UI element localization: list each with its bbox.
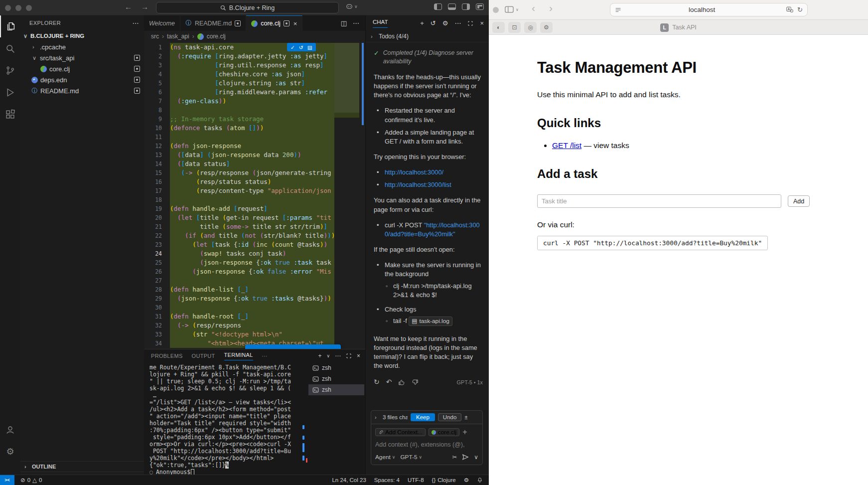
- pinned-tab-4[interactable]: ⚙: [540, 22, 553, 33]
- explorer-more-icon[interactable]: ⋯: [133, 19, 139, 27]
- cursor-position[interactable]: Ln 24, Col 23: [332, 477, 366, 483]
- keep-all-button[interactable]: Keep: [411, 413, 435, 421]
- notifications-bell-icon[interactable]: [477, 477, 483, 483]
- close-window-icon[interactable]: [5, 5, 11, 11]
- terminal-instance-3[interactable]: zsh: [308, 384, 364, 395]
- minimize-window-icon[interactable]: [15, 5, 21, 11]
- settings-gear-icon[interactable]: ⚙: [0, 441, 20, 463]
- translate-icon[interactable]: [786, 6, 793, 13]
- new-chat-icon[interactable]: +: [420, 19, 424, 27]
- task-title-input[interactable]: [537, 194, 781, 208]
- thumbs-down-icon[interactable]: [412, 379, 419, 386]
- chat-messages[interactable]: ✓Completed (1/4) Diagnose server availab…: [366, 43, 489, 409]
- tab-output[interactable]: OUTPUT: [192, 353, 215, 359]
- explorer-item-deps-edn[interactable]: deps.edn: [20, 74, 144, 85]
- history-forward-icon[interactable]: →: [141, 2, 148, 11]
- terminal-output[interactable]: me Route/Experiment 8.Task Management/B.…: [149, 364, 302, 476]
- accept-check-icon[interactable]: ✓: [290, 44, 295, 50]
- chat-close-icon[interactable]: ×: [480, 19, 484, 27]
- address-bar[interactable]: localhost ↻: [610, 3, 808, 16]
- terminal-instance-1[interactable]: zsh: [308, 362, 364, 373]
- breadcrumb-item[interactable]: src: [151, 33, 159, 40]
- send-icon[interactable]: [462, 454, 469, 461]
- sidebar-item-source-control[interactable]: [0, 59, 20, 81]
- terminal-instance-2[interactable]: zsh: [308, 373, 364, 384]
- todos-header[interactable]: › Todos (4/4): [366, 31, 489, 42]
- split-editor-icon[interactable]: ◫: [341, 19, 347, 27]
- regenerate-icon[interactable]: ↻: [374, 377, 380, 387]
- account-icon[interactable]: [0, 419, 20, 441]
- new-terminal-icon[interactable]: +: [318, 352, 321, 359]
- view-file-icon[interactable]: ▤: [307, 44, 312, 50]
- minimap-slider[interactable]: [334, 43, 359, 113]
- discard-icon[interactable]: ↺: [299, 44, 303, 50]
- model-picker[interactable]: GPT-5 ∨: [400, 454, 422, 461]
- toggle-secondary-sidebar-icon[interactable]: [462, 3, 470, 10]
- explorer-item-src-task-api[interactable]: ∨src/task_api: [20, 52, 144, 63]
- modified-indicator-icon[interactable]: [235, 20, 241, 26]
- context-file-chip[interactable]: core.clj: [429, 428, 459, 436]
- chat-input[interactable]: Add context (#), extensions (@),: [375, 441, 478, 448]
- code-editor[interactable]: 1(ns task-api.core2 (:require [ring.adap…: [144, 42, 365, 349]
- explorer-item--cpcache[interactable]: ›.cpcache: [20, 41, 144, 52]
- language-mode[interactable]: {} Clojure: [432, 477, 456, 483]
- explorer-root-folder[interactable]: ∨ B.CLOJURE + RING: [20, 30, 144, 41]
- terminal-dropdown-icon[interactable]: ∨: [326, 353, 330, 358]
- send-dropdown-icon[interactable]: ∨: [474, 454, 478, 461]
- minimap[interactable]: [334, 43, 359, 349]
- toggle-panel-icon[interactable]: [448, 3, 456, 10]
- toggle-primary-sidebar-icon[interactable]: [434, 3, 442, 10]
- chat-expand-icon[interactable]: [467, 20, 473, 26]
- reload-icon[interactable]: ↻: [797, 6, 803, 13]
- modified-indicator-icon[interactable]: [284, 20, 289, 26]
- explorer-item-readme-md[interactable]: ⓘREADME.md: [20, 85, 144, 96]
- panel-more-icon[interactable]: ⋯: [262, 353, 268, 359]
- tab-problems[interactable]: PROBLEMS: [151, 353, 183, 359]
- add-context-chip[interactable]: Add Context...: [375, 428, 426, 436]
- item-link[interactable]: http://localhost:3000/list: [385, 181, 451, 188]
- thumbs-up-icon[interactable]: [398, 379, 405, 386]
- browser-window-control[interactable]: [493, 7, 499, 13]
- pinned-tab-2[interactable]: ⊡: [508, 22, 521, 33]
- command-center[interactable]: B.Clojure + Ring: [156, 2, 339, 13]
- sidebar-chevron-icon[interactable]: ∨: [516, 7, 519, 12]
- indentation[interactable]: Spaces: 4: [374, 477, 400, 483]
- file-chip[interactable]: ▤task-api.log: [409, 317, 452, 326]
- browser-forward-icon[interactable]: ›: [549, 2, 553, 14]
- remote-indicator[interactable]: ><: [0, 475, 14, 485]
- add-task-button[interactable]: Add: [788, 195, 810, 207]
- tab-core-clj[interactable]: core.clj×: [246, 15, 302, 31]
- problems-status[interactable]: ⊘ 0 △ 0: [20, 477, 42, 484]
- chevron-right-icon[interactable]: ›: [375, 414, 380, 420]
- address-url[interactable]: localhost: [621, 6, 782, 13]
- sidebar-item-extensions[interactable]: [0, 103, 20, 125]
- maximize-panel-icon[interactable]: [346, 353, 352, 359]
- agent-mode-picker[interactable]: Agent ∨: [375, 454, 395, 461]
- breadcrumb-item[interactable]: task_api: [167, 33, 189, 40]
- chat-input-box[interactable]: Add Context... core.clj + Add context (#…: [371, 424, 483, 465]
- close-tab-icon[interactable]: ×: [293, 20, 297, 27]
- chat-settings-gear-icon[interactable]: ⚙: [442, 19, 448, 27]
- maximize-window-icon[interactable]: [26, 5, 32, 11]
- inline-change-actions[interactable]: ✓ ↺ ▤: [287, 43, 316, 51]
- explorer-item-core-clj[interactable]: core.clj: [20, 63, 144, 74]
- view-diff-icon[interactable]: ±: [464, 414, 467, 420]
- sidebar-item-search[interactable]: [0, 37, 20, 59]
- copilot-menu[interactable]: ∨: [346, 3, 358, 10]
- undo-all-button[interactable]: Undo: [438, 413, 462, 421]
- editor-more-icon[interactable]: ⋯: [353, 19, 359, 27]
- history-back-icon[interactable]: ←: [125, 2, 132, 11]
- encoding[interactable]: UTF-8: [408, 477, 424, 483]
- sidebar-item-explorer[interactable]: [0, 15, 20, 37]
- sidebar-toggle-icon[interactable]: [505, 5, 514, 13]
- add-file-chip-button[interactable]: +: [462, 428, 467, 437]
- terminal-more-icon[interactable]: ⋯: [335, 352, 341, 359]
- item-link[interactable]: http://localhost:3000/: [385, 168, 443, 176]
- customize-layout-icon[interactable]: [476, 3, 484, 10]
- pinned-tab-1[interactable]: ◐: [492, 22, 505, 33]
- close-panel-icon[interactable]: ×: [357, 352, 360, 359]
- sidebar-item-run-debug[interactable]: [0, 81, 20, 103]
- tab-welcome[interactable]: Welcome: [144, 15, 180, 31]
- chat-more-icon[interactable]: ⋯: [454, 19, 461, 27]
- reader-icon[interactable]: [615, 7, 621, 13]
